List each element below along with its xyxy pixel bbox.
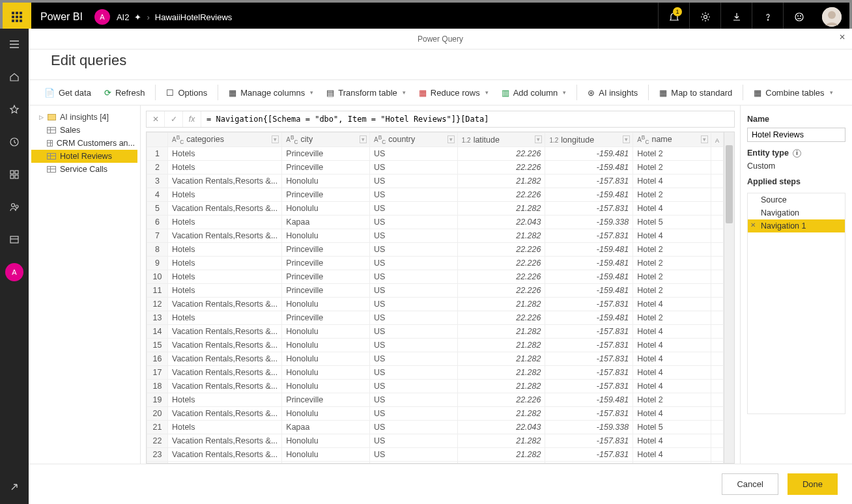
caret-icon: ▷ bbox=[39, 114, 44, 120]
name-label: Name bbox=[747, 115, 845, 124]
column-dropdown-icon[interactable]: ▾ bbox=[623, 135, 630, 143]
table-row[interactable]: 13HotelsPrincevilleUS22.226-159.481Hotel… bbox=[147, 311, 724, 325]
workspace-avatar[interactable]: A bbox=[94, 9, 110, 25]
ai-insights-button[interactable]: ⊛AI insights bbox=[582, 85, 643, 100]
column-header[interactable]: ABCcountry▾ bbox=[370, 133, 458, 147]
feedback-button[interactable] bbox=[783, 3, 814, 31]
get-data-button[interactable]: 📄Get data bbox=[39, 85, 96, 100]
svg-rect-2 bbox=[20, 12, 22, 14]
column-header[interactable]: ABCname▾ bbox=[633, 133, 711, 147]
column-header[interactable]: ABCcategories▾ bbox=[167, 133, 281, 147]
table-row[interactable]: 21HotelsKapaaUS22.043-159.338Hotel 5 bbox=[147, 421, 724, 434]
applied-step[interactable]: Navigation 1 bbox=[748, 219, 845, 232]
table-row[interactable]: 5Vacation Rentals,Resorts &...HonoluluUS… bbox=[147, 202, 724, 216]
column-header[interactable]: ABCcity▾ bbox=[282, 133, 370, 147]
table-row[interactable]: 4HotelsPrincevilleUS22.226-159.481Hotel … bbox=[147, 188, 724, 202]
get-data-icon: 📄 bbox=[44, 88, 55, 98]
home-button[interactable] bbox=[5, 68, 23, 86]
page-title: Edit queries bbox=[29, 49, 852, 79]
map-icon: ▦ bbox=[659, 88, 667, 98]
premium-diamond-icon: ✦ bbox=[134, 12, 141, 22]
reduce-rows-button[interactable]: ▦Reduce rows▾ bbox=[414, 85, 494, 100]
map-to-standard-button[interactable]: ▦Map to standard bbox=[654, 85, 737, 100]
workspace-name[interactable]: AI2 bbox=[117, 12, 130, 22]
vertical-scrollbar[interactable] bbox=[724, 132, 734, 463]
column-dropdown-icon[interactable]: ▾ bbox=[360, 135, 367, 143]
formula-commit-icon[interactable]: ✓ bbox=[165, 111, 183, 127]
expand-rail-button[interactable] bbox=[5, 478, 23, 496]
table-row[interactable]: 10HotelsPrincevilleUS22.226-159.481Hotel… bbox=[147, 270, 724, 284]
add-column-button[interactable]: ▥Add column▾ bbox=[496, 85, 572, 100]
nav-toggle-button[interactable] bbox=[5, 35, 23, 53]
query-item[interactable]: CRM Customers an... bbox=[31, 137, 137, 150]
formula-cancel-icon[interactable]: ✕ bbox=[147, 111, 165, 127]
applied-step[interactable]: Source bbox=[748, 193, 845, 206]
shared-button[interactable] bbox=[5, 198, 23, 216]
svg-point-11 bbox=[795, 13, 803, 21]
fx-icon[interactable]: fx bbox=[183, 111, 201, 127]
help-button[interactable] bbox=[752, 3, 783, 31]
combine-tables-button[interactable]: ▦Combine tables▾ bbox=[748, 85, 838, 100]
svg-rect-18 bbox=[15, 171, 18, 174]
app-launcher[interactable] bbox=[3, 3, 31, 31]
manage-columns-button[interactable]: ▦Manage columns▾ bbox=[223, 85, 319, 100]
column-dropdown-icon[interactable]: ▾ bbox=[535, 135, 542, 143]
query-name-input[interactable] bbox=[747, 128, 845, 142]
table-row[interactable]: 18Vacation Rentals,Resorts &...HonoluluU… bbox=[147, 380, 724, 393]
entity-type-label: Entity type i bbox=[747, 148, 845, 158]
query-item[interactable]: Service Calls bbox=[31, 163, 137, 176]
column-dropdown-icon[interactable]: ▾ bbox=[272, 135, 279, 143]
column-header[interactable]: 1.2latitude▾ bbox=[457, 133, 545, 147]
cancel-button[interactable]: Cancel bbox=[722, 473, 778, 495]
user-avatar[interactable] bbox=[822, 7, 842, 27]
breadcrumb-item[interactable]: HawaiiHotelReviews bbox=[155, 12, 233, 22]
data-grid[interactable]: ABCcategories▾ABCcity▾ABCcountry▾1.2lati… bbox=[147, 132, 724, 463]
close-button[interactable]: ✕ bbox=[839, 33, 845, 42]
chevron-down-icon: ▾ bbox=[563, 89, 566, 96]
queries-panel: ▷ AI insights [4] SalesCRM Customers an.… bbox=[29, 105, 141, 464]
workspaces-button[interactable] bbox=[5, 231, 23, 249]
notifications-button[interactable]: 1 bbox=[658, 3, 689, 31]
table-icon bbox=[47, 166, 56, 173]
table-row[interactable]: 19HotelsPrincevilleUS22.226-159.481Hotel… bbox=[147, 393, 724, 407]
transform-table-button[interactable]: ▤Transform table▾ bbox=[321, 85, 411, 100]
options-button[interactable]: ☐Options bbox=[161, 85, 212, 100]
table-icon bbox=[47, 127, 56, 133]
refresh-button[interactable]: ⟳Refresh bbox=[99, 85, 150, 100]
apps-button[interactable] bbox=[5, 165, 23, 184]
table-row[interactable]: 15Vacation Rentals,Resorts &...HonoluluU… bbox=[147, 339, 724, 352]
table-row[interactable]: 6HotelsKapaaUS22.043-159.338Hotel 5 bbox=[147, 216, 724, 229]
queries-group[interactable]: ▷ AI insights [4] bbox=[31, 111, 137, 124]
table-row[interactable]: 12Vacation Rentals,Resorts &...HonoluluU… bbox=[147, 298, 724, 311]
table-row[interactable]: 20Vacation Rentals,Resorts &...HonoluluU… bbox=[147, 407, 724, 421]
formula-input[interactable] bbox=[201, 111, 734, 127]
table-row[interactable]: 9HotelsPrincevilleUS22.226-159.481Hotel … bbox=[147, 257, 724, 270]
column-dropdown-icon[interactable]: ▾ bbox=[701, 135, 708, 143]
current-workspace-icon[interactable]: A bbox=[5, 263, 23, 281]
applied-step[interactable]: Navigation bbox=[748, 206, 845, 219]
table-row[interactable]: 11HotelsPrincevilleUS22.226-159.481Hotel… bbox=[147, 284, 724, 298]
table-row[interactable]: 8HotelsPrincevilleUS22.226-159.481Hotel … bbox=[147, 243, 724, 257]
table-row[interactable]: 1HotelsPrincevilleUS22.226-159.481Hotel … bbox=[147, 147, 724, 161]
settings-button[interactable] bbox=[689, 3, 720, 31]
table-row[interactable]: 17Vacation Rentals,Resorts &...HonoluluU… bbox=[147, 366, 724, 380]
query-item[interactable]: Hotel Reviews bbox=[31, 150, 137, 163]
brand-label: Power BI bbox=[40, 11, 83, 23]
svg-rect-8 bbox=[20, 20, 22, 22]
ai-icon: ⊛ bbox=[588, 88, 595, 98]
table-row[interactable]: 16Vacation Rentals,Resorts &...HonoluluU… bbox=[147, 352, 724, 366]
column-dropdown-icon[interactable]: ▾ bbox=[447, 135, 455, 143]
query-item[interactable]: Sales bbox=[31, 124, 137, 137]
table-row[interactable]: 14Vacation Rentals,Resorts &...HonoluluU… bbox=[147, 325, 724, 339]
column-header[interactable]: 1.2longitude▾ bbox=[545, 133, 633, 147]
download-button[interactable] bbox=[720, 3, 752, 31]
recent-button[interactable] bbox=[5, 133, 23, 151]
table-row[interactable]: 23Vacation Rentals,Resorts &...HonoluluU… bbox=[147, 448, 724, 462]
info-icon[interactable]: i bbox=[793, 149, 801, 158]
table-row[interactable]: 22Vacation Rentals,Resorts &...HonoluluU… bbox=[147, 434, 724, 448]
favorites-button[interactable] bbox=[5, 100, 23, 119]
table-row[interactable]: 7Vacation Rentals,Resorts &...HonoluluUS… bbox=[147, 229, 724, 243]
table-row[interactable]: 2HotelsPrincevilleUS22.226-159.481Hotel … bbox=[147, 161, 724, 175]
table-row[interactable]: 3Vacation Rentals,Resorts &...HonoluluUS… bbox=[147, 175, 724, 188]
done-button[interactable]: Done bbox=[788, 473, 838, 495]
